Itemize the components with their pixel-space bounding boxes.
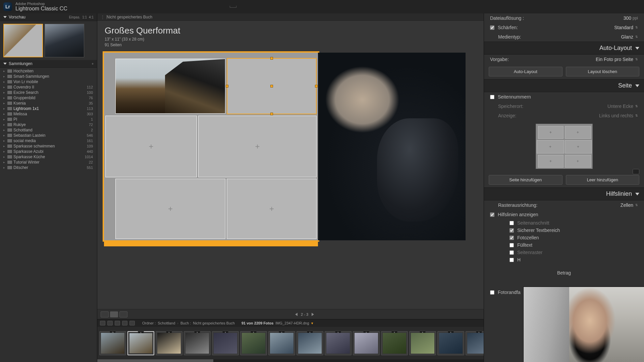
- fs-tool-3[interactable]: [115, 321, 120, 325]
- panel-toggle-notch-icon[interactable]: [230, 6, 236, 8]
- fs-tool-4[interactable]: [122, 321, 127, 325]
- collection-item[interactable]: ▸Covendro II112: [2, 84, 95, 90]
- collection-item[interactable]: ▸Ksenia35: [2, 101, 95, 106]
- guide-option-row[interactable]: H: [509, 256, 644, 263]
- resize-handle-n[interactable]: [270, 57, 273, 60]
- collection-item[interactable]: ▸Ditscher551: [2, 165, 95, 170]
- collection-item[interactable]: ▸Schottland2: [2, 127, 95, 133]
- collection-item[interactable]: ▸Hochzeiten: [2, 68, 95, 74]
- fs-tool-1[interactable]: [100, 321, 105, 325]
- collection-item[interactable]: ▸Sparkasse Küche1014: [2, 154, 95, 160]
- add-collection-icon[interactable]: +: [92, 62, 94, 66]
- page-options-button[interactable]: [312, 242, 317, 246]
- collection-item[interactable]: ▸Melissa303: [2, 111, 95, 117]
- preset-row[interactable]: Vorgabe: Ein Foto pro Seite ⇅: [484, 55, 644, 64]
- filmstrip-thumbs[interactable]: 21111111111111111: [97, 327, 484, 359]
- guide-option-row[interactable]: Seitenanschnitt: [509, 219, 644, 227]
- preview-panel-header[interactable]: Vorschau Einpas. 1:1 4:1: [0, 13, 97, 21]
- fs-folder-name[interactable]: Schottland: [158, 321, 175, 325]
- show-guides-checkbox[interactable]: [490, 213, 494, 217]
- guide-opt-checkbox[interactable]: [509, 258, 514, 262]
- autolayout-section-header[interactable]: Auto-Layout: [484, 42, 644, 55]
- photo-cell-6[interactable]: +: [227, 179, 317, 239]
- filmstrip-scrollbar[interactable]: [97, 359, 484, 362]
- collection-item[interactable]: ▸Sparkasse Azubi440: [2, 149, 95, 154]
- filmstrip-thumb[interactable]: 1: [184, 331, 211, 355]
- filmstrip-thumb[interactable]: 1: [127, 331, 154, 355]
- guide-option-row[interactable]: Sicherer Textbereich: [509, 227, 644, 234]
- filmstrip-thumb[interactable]: 1: [353, 331, 380, 355]
- view-grid-button[interactable]: [101, 311, 109, 317]
- media-row[interactable]: Medientyp: Glanz ⇅: [484, 32, 644, 42]
- chevrons-icon[interactable]: ⇅: [635, 203, 638, 207]
- pagenumbers-row[interactable]: Seitennummern: [484, 92, 644, 102]
- collection-item[interactable]: ▸Rukiye72: [2, 122, 95, 127]
- collection-item[interactable]: ▸PI1: [2, 117, 95, 122]
- collections-list[interactable]: ▸Hochzeiten▸Smart-Sammlungen▸Von Lr mobi…: [0, 68, 97, 362]
- filmstrip-thumb[interactable]: 1: [240, 331, 267, 355]
- pagenumbers-checkbox[interactable]: [490, 95, 494, 99]
- view-spread-button[interactable]: [110, 311, 118, 317]
- book-canvas[interactable]: Fototext hinzufügen + + + + 2 3: [97, 49, 484, 309]
- chevrons-icon[interactable]: ⇅: [635, 35, 638, 39]
- collections-panel-header[interactable]: Sammlungen +: [0, 60, 97, 68]
- ratio-4-1[interactable]: 4:1: [89, 15, 94, 19]
- collection-item[interactable]: ▸Lightroom 1x1113: [2, 106, 95, 111]
- resize-handle-w[interactable]: [226, 85, 228, 87]
- grid-align-row[interactable]: Rasterausrichtung: Zellen ⇅: [484, 200, 644, 210]
- photo-cell-2-selected[interactable]: [227, 58, 317, 114]
- guide-option-row[interactable]: Fotozellen: [509, 234, 644, 241]
- collection-item[interactable]: ▸Sebastian Lastein546: [2, 133, 95, 138]
- guide-opt-checkbox[interactable]: [509, 228, 514, 233]
- sharpen-checkbox[interactable]: [490, 25, 494, 30]
- autolayout-button[interactable]: Auto-Layout: [489, 67, 562, 76]
- guide-option-row[interactable]: Seitenraster: [509, 249, 644, 256]
- photo-cell-4[interactable]: +: [198, 116, 317, 177]
- layout-popup-button[interactable]: [633, 169, 639, 174]
- guide-option-row[interactable]: Fülltext: [509, 241, 644, 249]
- filmstrip-thumb[interactable]: 1: [268, 331, 295, 355]
- sharpen-row[interactable]: Schärfen: Standard ⇅: [484, 23, 644, 32]
- add-page-button[interactable]: Seite hinzufügen: [489, 175, 562, 185]
- view-single-button[interactable]: [119, 311, 127, 317]
- grip-icon[interactable]: ⋮⋮: [101, 15, 104, 19]
- chevrons-icon[interactable]: ⇅: [635, 58, 638, 61]
- fs-tool-2[interactable]: [107, 321, 113, 325]
- page-layout-preview[interactable]: + + + + + +: [536, 124, 593, 169]
- prev-page-button[interactable]: [295, 313, 298, 316]
- filmstrip-thumb[interactable]: 1: [409, 331, 436, 355]
- add-blank-button[interactable]: Leer hinzufügen: [566, 175, 640, 185]
- clear-layout-button[interactable]: Layout löschen: [566, 67, 640, 76]
- fit-option[interactable]: Einpas.: [69, 15, 80, 19]
- filmstrip-thumb[interactable]: 2: [99, 331, 126, 355]
- page-right[interactable]: 3: [318, 53, 466, 240]
- show-guides-row[interactable]: Hilfslinien anzeigen: [484, 210, 644, 219]
- guide-opt-checkbox[interactable]: [509, 250, 514, 255]
- collection-item[interactable]: ▸Von Lr mobile: [2, 79, 95, 84]
- photo-cell-5[interactable]: +: [115, 179, 225, 239]
- media-value[interactable]: Glanz: [621, 34, 633, 40]
- resize-handle-c[interactable]: [270, 85, 273, 87]
- guide-opt-checkbox[interactable]: [509, 243, 514, 247]
- collection-item[interactable]: ▸Tutorial Winter22: [2, 160, 95, 165]
- next-page-button[interactable]: [312, 313, 314, 316]
- fs-book-name[interactable]: Nicht gespeichertes Buch: [193, 321, 235, 325]
- resolution-value[interactable]: 300: [624, 15, 631, 21]
- guide-opt-checkbox[interactable]: [509, 221, 514, 225]
- filmstrip-thumb[interactable]: 1: [466, 331, 484, 355]
- sharpen-value[interactable]: Standard: [614, 25, 633, 30]
- filmstrip-thumb[interactable]: 1: [437, 331, 464, 355]
- photo-cell-1[interactable]: [115, 59, 225, 114]
- filmstrip-thumb[interactable]: 1: [297, 331, 323, 355]
- page-section-header[interactable]: Seite: [484, 79, 644, 92]
- amount-row[interactable]: Betrag: [484, 268, 644, 278]
- collection-item[interactable]: ▸Gruppenbild76: [2, 95, 95, 101]
- guide-opt-checkbox[interactable]: [509, 236, 514, 240]
- ratio-1-1[interactable]: 1:1: [82, 15, 87, 19]
- collection-item[interactable]: ▸Smart-Sammlungen: [2, 74, 95, 79]
- collection-item[interactable]: ▸Excire Search100: [2, 90, 95, 95]
- chevrons-icon[interactable]: ⇅: [635, 26, 638, 29]
- filmstrip-thumb[interactable]: 1: [212, 331, 239, 355]
- photo-cell-3[interactable]: +: [105, 116, 197, 177]
- page-left[interactable]: Fototext hinzufügen + + + + 2: [104, 53, 318, 240]
